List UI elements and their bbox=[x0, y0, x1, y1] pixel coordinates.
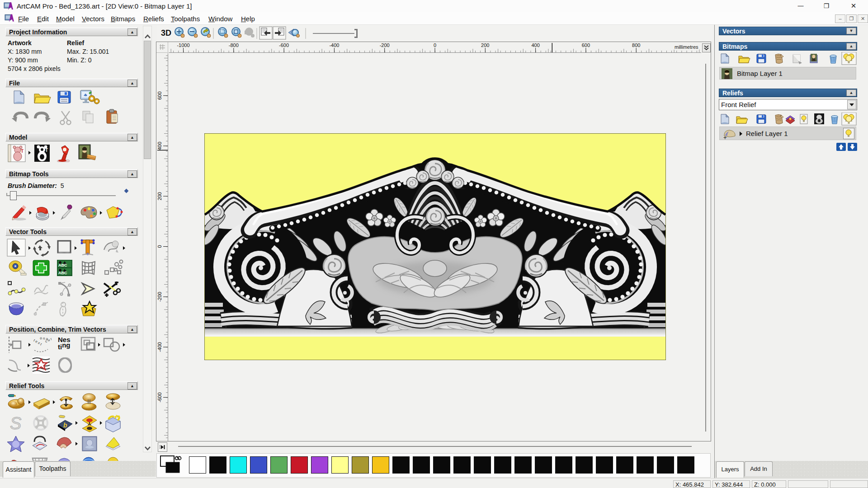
svg-text:-1000: -1000 bbox=[177, 42, 189, 48]
svg-text:-400: -400 bbox=[157, 342, 162, 352]
svg-text:T: T bbox=[45, 148, 48, 153]
svg-text:200: 200 bbox=[157, 192, 162, 200]
svg-text:-200: -200 bbox=[380, 42, 390, 48]
svg-text:ABC: ABC bbox=[58, 271, 67, 275]
svg-text:0: 0 bbox=[157, 245, 162, 248]
svg-text:800: 800 bbox=[632, 42, 640, 48]
svg-text:400: 400 bbox=[157, 142, 162, 150]
svg-text:b: b bbox=[63, 422, 67, 429]
svg-text:-600: -600 bbox=[157, 392, 162, 402]
svg-text:0: 0 bbox=[434, 42, 436, 48]
svg-text:-400: -400 bbox=[329, 42, 339, 48]
svg-text:T: T bbox=[21, 149, 24, 154]
svg-text:ting: ting bbox=[58, 341, 71, 351]
svg-text:600: 600 bbox=[582, 42, 590, 48]
svg-text:ABC: ABC bbox=[58, 263, 67, 267]
svg-text:600: 600 bbox=[157, 91, 162, 99]
svg-text:200: 200 bbox=[481, 42, 489, 48]
svg-text:-600: -600 bbox=[279, 42, 289, 48]
svg-text:-800: -800 bbox=[229, 42, 239, 48]
svg-text:S: S bbox=[10, 414, 21, 433]
svg-text:-200: -200 bbox=[157, 292, 162, 302]
svg-text:+: + bbox=[723, 134, 727, 141]
svg-text:400: 400 bbox=[531, 42, 539, 48]
